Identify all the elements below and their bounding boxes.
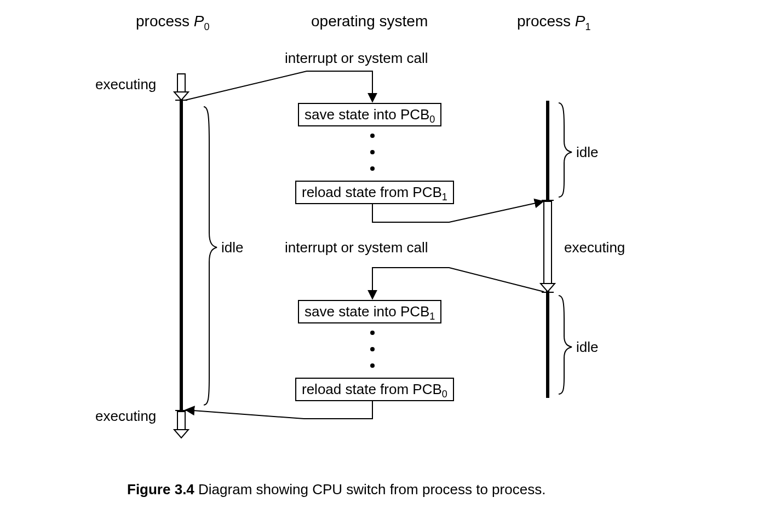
label-idle-left: idle [221,240,243,256]
p0-exec-arrow-bottom [174,412,188,438]
p1-exec-arrow [541,201,555,292]
arrow-interrupt-1 [185,71,372,102]
svg-rect-0 [177,74,185,92]
header-process-p1: process P1 [517,13,591,30]
svg-point-15 [370,363,375,368]
svg-point-10 [370,134,375,138]
svg-marker-7 [541,284,555,292]
header-operating-system: operating system [311,13,428,30]
label-interrupt-1: interrupt or system call [285,50,428,66]
svg-rect-3 [177,412,185,430]
box-save-pcb1: save state into PCB1 [298,300,441,323]
svg-point-13 [370,331,375,335]
box-reload-pcb1: reload state from PCB1 [295,181,454,204]
brace-p1-idle-top [559,103,572,197]
p0-exec-arrow-top [174,74,188,100]
figure-caption: Figure 3.4 Diagram showing CPU switch fr… [127,482,545,498]
svg-point-14 [370,347,375,351]
label-executing-mid: executing [564,240,625,256]
svg-rect-6 [544,201,552,284]
label-interrupt-2: interrupt or system call [285,240,428,256]
label-executing-bottom: executing [95,408,156,424]
svg-marker-4 [174,430,188,438]
brace-p0-idle [204,107,217,405]
svg-point-11 [370,150,375,154]
arrow-to-p1 [372,201,543,222]
box-reload-pcb0: reload state from PCB0 [295,378,454,401]
svg-marker-1 [174,92,188,100]
box-save-pcb0: save state into PCB0 [298,103,441,126]
diagram-container: process P0 operating system process P1 i… [0,0,781,532]
label-executing-top: executing [95,77,156,92]
arrow-interrupt-2 [372,268,544,299]
header-process-p0: process P0 [136,13,210,30]
label-idle-right-top: idle [576,144,598,160]
arrow-to-p0 [186,401,372,419]
svg-point-12 [370,166,375,171]
brace-p1-idle-bottom [559,296,572,394]
label-idle-right-bottom: idle [576,339,598,355]
